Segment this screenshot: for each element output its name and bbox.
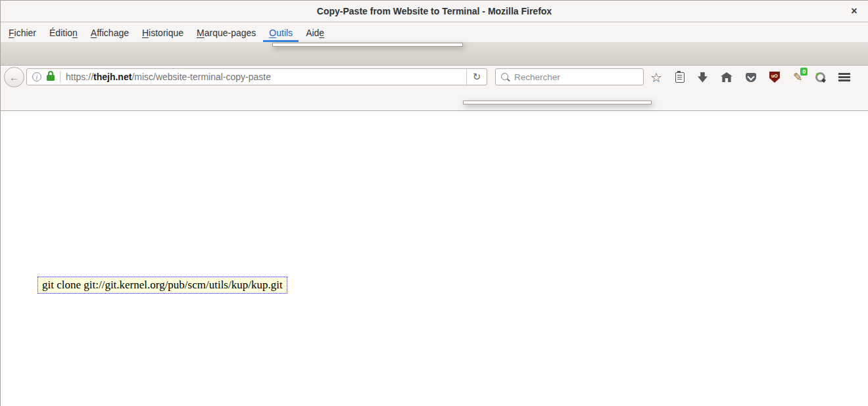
page-content: git clone git://git.kernel.org/pub/scm/u… — [1, 111, 868, 406]
menubar-item-aide[interactable]: Aide — [300, 23, 330, 42]
toolbar-icons: ☆ uO ✎ 0 — [650, 66, 850, 88]
menubar-item-marque-pages[interactable]: Marque-pages — [191, 23, 262, 42]
menubar-item-historique[interactable]: Historique — [136, 23, 189, 42]
menubar-item-edition[interactable]: Édition — [43, 23, 84, 42]
menu-bar: FichierÉditionAffichageHistoriqueMarque-… — [1, 23, 868, 42]
search-bar[interactable] — [495, 68, 644, 85]
url-bar[interactable]: i https://thejh.net/misc/website-termina… — [26, 68, 487, 85]
browser-window: Copy-Paste from Website to Terminal - Mo… — [0, 0, 868, 406]
reload-button[interactable]: ↻ — [466, 69, 487, 85]
url-text[interactable]: https://thejh.net/misc/website-terminal-… — [66, 72, 271, 82]
menubar-item-outils[interactable]: Outils — [263, 23, 299, 42]
downloads-icon[interactable] — [698, 72, 708, 83]
search-icon — [501, 73, 508, 80]
window-title: Copy-Paste from Website to Terminal - Mo… — [317, 6, 552, 16]
ublock-origin-icon[interactable]: uO — [769, 72, 780, 83]
search-input[interactable] — [513, 72, 627, 83]
window-close-icon[interactable]: × — [847, 4, 861, 18]
page-info-icon[interactable]: i — [32, 72, 41, 81]
tools-menu — [272, 43, 463, 47]
hamburger-menu-icon[interactable] — [838, 73, 850, 81]
title-bar: Copy-Paste from Website to Terminal - Mo… — [1, 1, 868, 22]
bookmarks-bar — [1, 88, 868, 111]
menubar-item-affichage[interactable]: Affichage — [85, 23, 135, 42]
code-block[interactable]: git clone git://git.kernel.org/pub/scm/u… — [37, 277, 287, 294]
qwant-extension-icon[interactable] — [815, 72, 825, 82]
web-developer-submenu — [463, 101, 652, 104]
pocket-icon[interactable] — [746, 73, 756, 82]
back-arrow-icon: ← — [9, 72, 19, 83]
back-button[interactable]: ← — [4, 67, 24, 87]
extension-pen-icon[interactable]: ✎ 0 — [793, 72, 802, 83]
reading-list-icon[interactable] — [675, 72, 685, 83]
menubar-item-fichier[interactable]: Fichier — [3, 23, 42, 42]
navigation-bar: ← i https://thejh.net/misc/website-termi… — [1, 66, 868, 88]
extension-badge: 0 — [800, 68, 808, 76]
url-divider — [60, 71, 60, 83]
bookmark-star-icon[interactable]: ☆ — [650, 71, 662, 84]
ssl-lock-icon — [47, 75, 55, 81]
home-icon[interactable] — [721, 72, 733, 82]
